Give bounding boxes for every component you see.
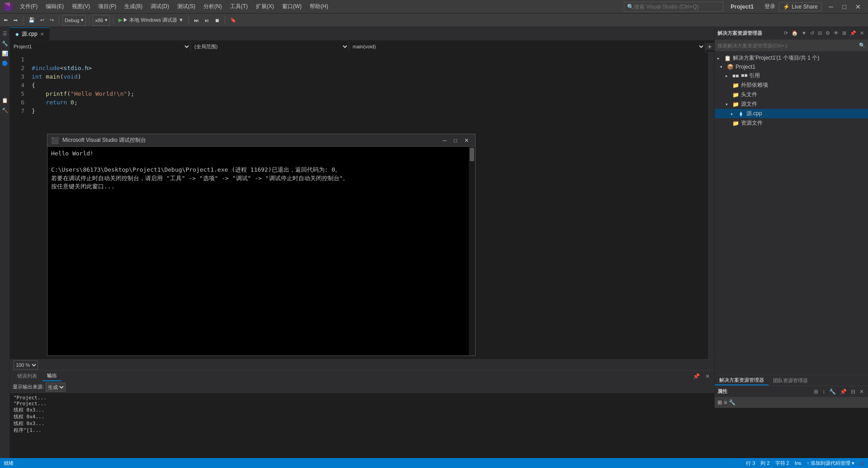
se-refresh-btn[interactable]: ↺ xyxy=(809,29,816,37)
tab-source-cpp[interactable]: ◆ 源.cpp ✕ xyxy=(10,28,50,40)
toolbar-save-all-btn[interactable]: 💾 xyxy=(27,15,37,26)
toolbar-sep-1 xyxy=(23,16,24,25)
props-tab-wrench-icon[interactable]: 🔧 xyxy=(729,399,736,406)
se-filter-btn[interactable]: ▼ xyxy=(800,29,808,37)
tree-solution[interactable]: ▸ 📋 解决方案'Project1'(1 个项目/共 1 个) xyxy=(715,53,868,63)
title-bar: 文件(F) 编辑(E) 视图(V) 项目(P) 生成(B) 调试(D) 测试(S… xyxy=(0,0,868,14)
menu-help[interactable]: 帮助(H) xyxy=(306,2,332,11)
menu-project[interactable]: 项目(P) xyxy=(94,2,120,11)
output-pin-btn[interactable]: 📌 xyxy=(691,373,702,379)
close-button[interactable]: ✕ xyxy=(852,0,864,14)
platform-dropdown[interactable]: x86 ▾ xyxy=(93,15,110,26)
menu-test[interactable]: 测试(S) xyxy=(174,2,199,11)
props-close-btn[interactable]: ✕ xyxy=(858,388,865,395)
se-preview-btn[interactable]: 👁 xyxy=(832,29,840,37)
tree-project[interactable]: ▾ 📦 Project1 xyxy=(715,63,868,71)
se-sync-btn[interactable]: ⟳ xyxy=(783,29,789,37)
status-row[interactable]: 行 3 xyxy=(746,460,755,467)
tree-sources[interactable]: ▾ 📁 源文件 xyxy=(715,99,868,109)
props-tab-grid-icon[interactable]: ⊞ xyxy=(717,399,722,406)
console-maximize-btn[interactable]: □ xyxy=(451,135,460,146)
maximize-button[interactable]: □ xyxy=(839,0,850,14)
tab-close-btn[interactable]: ✕ xyxy=(40,32,44,37)
run-button[interactable]: ▶ ▶ 本地 Windows 调试器 ▼ xyxy=(117,15,185,26)
status-char[interactable]: 字符 2 xyxy=(775,460,789,467)
menu-extend[interactable]: 扩展(X) xyxy=(252,2,278,11)
minimize-button[interactable]: ─ xyxy=(826,0,837,14)
props-pin-btn[interactable]: 📌 xyxy=(839,388,848,395)
console-line-2 xyxy=(51,158,465,166)
tab-errors[interactable]: 错误列表 xyxy=(13,371,42,381)
se-search-input[interactable] xyxy=(717,43,859,48)
props-grid-btn[interactable]: ⊞ xyxy=(812,388,820,395)
menu-edit[interactable]: 编辑(E) xyxy=(42,2,67,11)
tab-output[interactable]: 输出 xyxy=(42,371,61,381)
console-minimize-btn[interactable]: ─ xyxy=(440,135,449,146)
title-search-box[interactable]: 🔍 xyxy=(624,2,723,12)
toolbar-sep-4 xyxy=(113,16,113,25)
sidebar-toolbox[interactable]: 🔧 xyxy=(0,39,9,48)
se-expand-btn[interactable]: ⊞ xyxy=(841,29,848,37)
se-pin-btn[interactable]: 📌 xyxy=(849,29,858,37)
zoom-selector[interactable]: 100 % xyxy=(14,360,38,370)
tree-headers[interactable]: 📁 头文件 xyxy=(715,90,868,99)
toolbar-debug-btn1[interactable]: ⏭ xyxy=(192,15,201,26)
console-output[interactable]: Hello World! C:\Users\86173\Desktop\Proj… xyxy=(47,147,469,356)
props-sort-btn[interactable]: ↕ xyxy=(821,388,826,395)
props-expand-btn[interactable]: ⊟ xyxy=(849,388,857,395)
status-col[interactable]: 列 2 xyxy=(760,460,769,467)
toolbar-back-btn[interactable]: ⬅ xyxy=(2,15,9,26)
toolbar-bookmark-btn[interactable]: 🔖 xyxy=(228,15,238,26)
live-share-button[interactable]: ⚡ Live Share xyxy=(779,2,821,11)
expand-btn[interactable]: + xyxy=(705,43,714,50)
menu-view[interactable]: 视图(V) xyxy=(68,2,94,11)
login-button[interactable]: 登录 xyxy=(761,2,779,11)
props-tab-list-icon[interactable]: ≡ xyxy=(724,399,727,406)
output-close-btn[interactable]: ✕ xyxy=(703,373,712,379)
toolbar-debug-btn3[interactable]: ⏹ xyxy=(213,15,222,26)
toolbar-forward-btn[interactable]: ⮕ xyxy=(11,15,20,26)
se-close-btn[interactable]: ✕ xyxy=(859,29,865,37)
debug-config-dropdown[interactable]: Debug ▾ xyxy=(62,15,86,26)
title-search-input[interactable] xyxy=(634,4,706,10)
se-home-btn[interactable]: 🏠 xyxy=(790,29,799,37)
tree-ext-deps[interactable]: 📁 外部依赖项 xyxy=(715,80,868,90)
toolbar-debug-btn2[interactable]: ⏯ xyxy=(203,15,211,26)
code-scrollbar[interactable] xyxy=(708,52,714,359)
toolbar-redo-btn[interactable]: ↪ xyxy=(48,15,56,26)
ref-icon: ■■ xyxy=(732,73,739,79)
sidebar-classvw[interactable]: 🔵 xyxy=(0,59,9,68)
sidebar-server-explorer[interactable]: ☰ xyxy=(0,29,9,38)
menu-window[interactable]: 窗口(W) xyxy=(278,2,305,11)
scope-selector[interactable]: (全局范围) xyxy=(191,41,349,52)
method-selector[interactable]: main(void) xyxy=(349,41,705,52)
menu-debug[interactable]: 调试(D) xyxy=(147,2,173,11)
menu-analyze[interactable]: 分析(N) xyxy=(200,2,226,11)
console-title: Microsoft Visual Studio 调试控制台 xyxy=(62,136,436,144)
props-wrench-btn[interactable]: 🔧 xyxy=(828,388,837,395)
console-scrollbar[interactable] xyxy=(469,147,475,356)
status-ins[interactable]: Ins xyxy=(795,460,802,466)
sidebar-datasources[interactable]: 📊 xyxy=(0,49,9,58)
project-selector[interactable]: Project1 xyxy=(10,41,191,52)
sidebar-codemetrics[interactable]: 📋 xyxy=(0,96,9,105)
se-props-btn[interactable]: ⚙ xyxy=(824,29,831,37)
tree-source-cpp[interactable]: ▸ ⧫ 源.cpp xyxy=(715,109,868,118)
status-vcs[interactable]: ↑ 添加到源代码管理 ▾ xyxy=(807,460,854,467)
se-title: 解决方案资源管理器 xyxy=(717,30,762,37)
menu-tools[interactable]: 工具(T) xyxy=(226,2,251,11)
tree-resources[interactable]: 📁 资源文件 xyxy=(715,118,868,128)
tree-references[interactable]: ▸ ■■ ■■ 引用 xyxy=(715,71,868,80)
menu-file[interactable]: 文件(F) xyxy=(16,2,41,11)
se-tab-solution[interactable]: 解决方案资源管理器 xyxy=(715,375,769,385)
se-tab-team[interactable]: 团队资源管理器 xyxy=(769,375,812,385)
output-source-select[interactable]: 生成 xyxy=(46,383,66,392)
console-line-3: C:\Users\86173\Desktop\Project1\Debug\Pr… xyxy=(51,166,465,174)
toolbar-undo-btn[interactable]: ↩ xyxy=(38,15,46,26)
res-folder-icon: 📁 xyxy=(732,120,739,126)
menu-build[interactable]: 生成(B) xyxy=(121,2,146,11)
sidebar-extra[interactable]: 🔨 xyxy=(0,106,9,115)
se-collapse-btn[interactable]: ⊟ xyxy=(816,29,823,37)
console-close-btn[interactable]: ✕ xyxy=(462,135,472,146)
output-content[interactable]: "Project... "Project... 线程 0x3... 线程 0x4… xyxy=(10,393,714,458)
